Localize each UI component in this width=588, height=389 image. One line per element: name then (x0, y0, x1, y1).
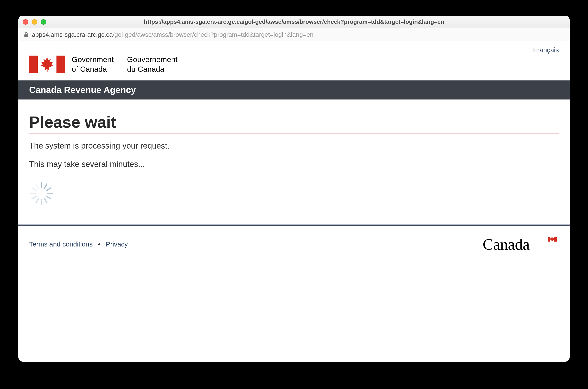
svg-line-5 (44, 184, 47, 188)
goc-french-label: Gouvernement du Canada (127, 55, 177, 74)
footer: Terms and conditions • Privacy Canada (18, 226, 570, 267)
processing-message-1: The system is processing your request. (29, 141, 559, 151)
goc-text-block: Government of Canada Gouvernement du Can… (72, 55, 177, 74)
svg-rect-0 (24, 34, 28, 37)
canada-flag-icon (29, 56, 65, 73)
language-toggle-link[interactable]: Français (533, 46, 559, 54)
svg-line-9 (44, 198, 47, 203)
address-host: apps4.ams-sga.cra-arc.gc.ca (32, 31, 113, 38)
goc-fr-line2: du Canada (127, 64, 177, 74)
svg-rect-18 (555, 237, 557, 242)
agency-title: Canada Revenue Agency (29, 85, 136, 95)
lock-icon (24, 32, 29, 38)
svg-line-11 (36, 198, 38, 203)
top-strip: Français (18, 41, 570, 54)
footer-rule (18, 225, 570, 226)
terms-link[interactable]: Terms and conditions (29, 240, 93, 248)
address-text: apps4.ams-sga.cra-arc.gc.ca/gol-ged/awsc… (32, 31, 314, 38)
svg-rect-2 (57, 56, 65, 73)
address-bar[interactable]: apps4.ams-sga.cra-arc.gc.ca/gol-ged/awsc… (18, 28, 570, 41)
window-titlebar: https://apps4.ams-sga.cra-arc.gc.ca/gol-… (18, 16, 570, 28)
privacy-link[interactable]: Privacy (106, 240, 128, 248)
svg-line-15 (36, 184, 38, 188)
goc-en-line1: Government (72, 55, 114, 64)
svg-line-8 (47, 196, 51, 199)
spinner-icon (29, 181, 54, 206)
page-heading: Please wait (29, 113, 559, 134)
goc-fr-line1: Gouvernement (127, 55, 177, 64)
page-content: Français Government of Canada (18, 41, 570, 362)
canada-wordmark-icon: Canada (483, 235, 559, 253)
footer-links: Terms and conditions • Privacy (29, 240, 128, 248)
agency-title-bar: Canada Revenue Agency (18, 80, 570, 99)
goc-en-line2: of Canada (72, 64, 114, 74)
loading-spinner (29, 178, 559, 213)
svg-text:Canada: Canada (483, 236, 530, 253)
window-title-url: https://apps4.ams-sga.cra-arc.gc.ca/gol-… (18, 18, 570, 25)
processing-message-2: This may take several minutes... (29, 160, 559, 169)
svg-rect-1 (29, 56, 38, 73)
minimize-window-button[interactable] (32, 19, 37, 25)
svg-line-14 (32, 188, 36, 191)
svg-rect-17 (548, 237, 550, 242)
goc-signature: Government of Canada Gouvernement du Can… (18, 54, 570, 80)
svg-rect-3 (47, 68, 47, 72)
main-content: Please wait The system is processing you… (18, 99, 570, 225)
browser-window: https://apps4.ams-sga.cra-arc.gc.ca/gol-… (18, 16, 570, 362)
zoom-window-button[interactable] (41, 19, 46, 25)
svg-line-12 (32, 196, 36, 199)
address-path: /gol-ged/awsc/amss/browser/check?program… (113, 31, 314, 38)
traffic-lights (23, 19, 46, 25)
svg-line-6 (47, 188, 51, 191)
goc-english-label: Government of Canada (72, 55, 114, 74)
footer-bullet: • (98, 240, 100, 248)
close-window-button[interactable] (23, 19, 28, 25)
